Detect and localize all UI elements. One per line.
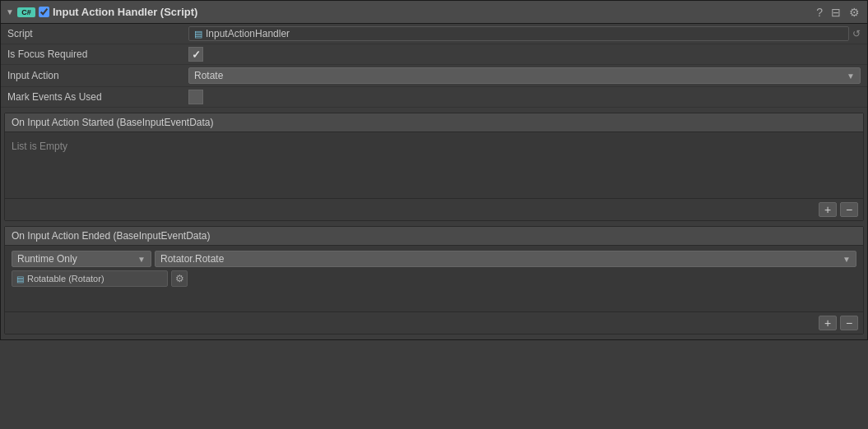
event-started-section: On Input Action Started (BaseInputEventD… <box>4 113 864 221</box>
event-ended-remove-button[interactable]: − <box>840 316 858 330</box>
help-icon[interactable]: ? <box>814 6 825 19</box>
script-label: Script <box>7 28 188 39</box>
event-ended-body: Runtime Only ▼ Rotator.Rotate ▼ ▤ Rotata… <box>5 246 863 311</box>
runtime-dropdown-arrow-icon: ▼ <box>137 255 146 264</box>
mark-events-label: Mark Events As Used <box>7 91 188 103</box>
input-action-label: Input Action <box>7 70 188 81</box>
collapse-arrow[interactable]: ▼ <box>6 7 14 16</box>
context-menu-icon[interactable]: ⊟ <box>829 6 843 19</box>
settings-icon[interactable]: ⚙ <box>847 6 862 19</box>
event-started-remove-button[interactable]: − <box>840 202 858 217</box>
component-panel: ▼ C# Input Action Handler (Script) ? ⊟ ⚙… <box>0 0 868 340</box>
event-ended-add-button[interactable]: + <box>819 316 837 330</box>
component-enabled-checkbox[interactable] <box>39 7 49 17</box>
cs-badge: C# <box>17 7 35 17</box>
event-started-header: On Input Action Started (BaseInputEventD… <box>5 113 863 132</box>
list-empty-text: List is Empty <box>12 137 856 155</box>
function-dropdown-text: Rotator.Rotate <box>160 253 224 265</box>
dropdown-arrow-icon: ▼ <box>847 72 855 81</box>
component-header: ▼ C# Input Action Handler (Script) ? ⊟ ⚙ <box>1 1 867 24</box>
script-field[interactable]: ▤ InputActionHandler <box>188 26 849 41</box>
mark-events-value <box>188 90 861 104</box>
object-field[interactable]: ▤ Rotatable (Rotator) <box>12 270 168 287</box>
is-focus-required-label: Is Focus Required <box>7 48 188 60</box>
event-ended-footer: + − <box>5 311 863 334</box>
object-file-icon: ▤ <box>16 274 24 284</box>
mark-events-checkbox[interactable] <box>188 90 203 104</box>
input-action-value: Rotate ▼ <box>188 67 861 84</box>
event-started-body: List is Empty <box>5 132 863 198</box>
object-settings-button[interactable]: ⚙ <box>171 270 188 287</box>
object-row: ▤ Rotatable (Rotator) ⚙ <box>12 270 856 287</box>
header-icons: ? ⊟ ⚙ <box>814 6 862 19</box>
is-focus-required-value <box>188 47 861 62</box>
event-ended-entry-row: Runtime Only ▼ Rotator.Rotate ▼ <box>12 251 856 267</box>
input-action-dropdown[interactable]: Rotate ▼ <box>188 67 861 84</box>
runtime-dropdown-text: Runtime Only <box>17 253 77 265</box>
input-action-row: Input Action Rotate ▼ <box>1 65 867 87</box>
script-property-row: Script ▤ InputActionHandler ↺ <box>1 24 867 44</box>
input-action-dropdown-text: Rotate <box>194 70 223 81</box>
event-ended-section: On Input Action Ended (BaseInputEventDat… <box>4 226 864 334</box>
mark-events-row: Mark Events As Used <box>1 87 867 108</box>
script-gear-icon[interactable]: ↺ <box>852 28 861 39</box>
event-started-add-button[interactable]: + <box>819 202 837 217</box>
component-title: Input Action Handler (Script) <box>53 6 814 18</box>
object-name-text: Rotatable (Rotator) <box>27 274 104 284</box>
function-dropdown[interactable]: Rotator.Rotate ▼ <box>155 251 856 267</box>
is-focus-required-checkbox[interactable] <box>188 47 203 62</box>
script-value: ▤ InputActionHandler ↺ <box>188 26 861 41</box>
runtime-dropdown[interactable]: Runtime Only ▼ <box>12 251 151 267</box>
function-dropdown-arrow-icon: ▼ <box>842 255 851 264</box>
event-ended-header: On Input Action Ended (BaseInputEventDat… <box>5 227 863 246</box>
is-focus-required-row: Is Focus Required <box>1 44 867 65</box>
script-file-icon: ▤ <box>194 29 202 39</box>
event-started-footer: + − <box>5 198 863 220</box>
script-name: InputActionHandler <box>206 28 843 39</box>
